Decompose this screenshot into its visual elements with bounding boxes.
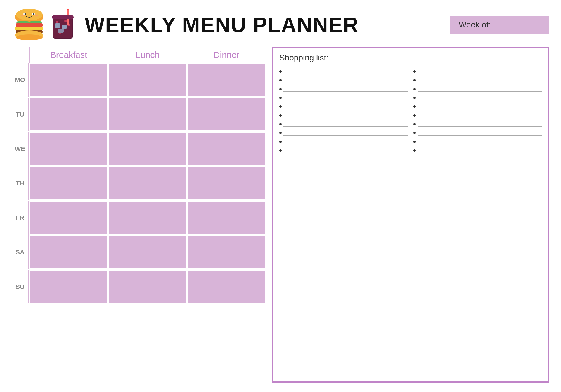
breakfast-cell-sa[interactable] <box>29 235 108 269</box>
dinner-cell-we[interactable] <box>187 132 266 166</box>
shopping-item[interactable] <box>279 137 408 146</box>
shopping-line <box>283 95 408 100</box>
day-label-mo: MO <box>12 63 29 97</box>
day-label-tu: TU <box>12 98 29 131</box>
lunch-cell-sa[interactable] <box>108 235 187 269</box>
shopping-items-grid <box>279 67 542 155</box>
shopping-line <box>418 139 542 144</box>
shopping-item[interactable] <box>413 85 542 93</box>
lunch-cell-mo[interactable] <box>108 63 187 97</box>
shopping-item[interactable] <box>413 137 542 146</box>
svg-rect-24 <box>52 15 74 19</box>
shopping-line <box>283 113 408 118</box>
col-breakfast: Breakfast <box>29 47 108 63</box>
week-of-box[interactable]: Week of: <box>450 16 549 34</box>
shopping-item[interactable] <box>279 76 408 85</box>
shopping-line <box>283 148 408 153</box>
lunch-cell-th[interactable] <box>108 166 187 200</box>
drink-icon <box>50 9 76 41</box>
shopping-item[interactable] <box>279 111 408 120</box>
svg-rect-8 <box>16 23 43 27</box>
dinner-cell-su[interactable] <box>187 270 266 303</box>
bullet-icon <box>279 70 282 73</box>
day-label-th: TH <box>12 166 29 200</box>
lunch-cell-su[interactable] <box>108 270 187 303</box>
shopping-item[interactable] <box>413 102 542 111</box>
bullet-icon <box>413 149 416 152</box>
shopping-item[interactable] <box>413 111 542 120</box>
breakfast-cell-th[interactable] <box>29 166 108 200</box>
header-icons <box>12 9 76 41</box>
shopping-line <box>418 122 542 127</box>
bullet-icon <box>279 105 282 108</box>
shopping-line <box>418 95 542 100</box>
shopping-item[interactable] <box>279 102 408 111</box>
breakfast-cell-tu[interactable] <box>29 98 108 131</box>
shopping-item[interactable] <box>279 120 408 129</box>
dinner-cell-sa[interactable] <box>187 235 266 269</box>
svg-rect-17 <box>58 29 64 33</box>
lunch-cell-we[interactable] <box>108 132 187 166</box>
bullet-icon <box>413 88 416 90</box>
bullet-icon <box>413 79 416 81</box>
planner-column-headers: Breakfast Lunch Dinner <box>29 47 266 63</box>
svg-point-4 <box>25 13 26 15</box>
shopping-line <box>283 122 408 127</box>
week-of-label: Week of: <box>459 20 491 30</box>
breakfast-cell-su[interactable] <box>29 270 108 303</box>
planner-row-tu: TU <box>12 98 266 132</box>
shopping-item[interactable] <box>413 67 542 76</box>
shopping-list: Shopping list: <box>272 47 549 383</box>
bullet-icon <box>413 70 416 73</box>
bullet-icon <box>413 105 416 108</box>
svg-rect-15 <box>55 23 60 28</box>
svg-point-7 <box>35 15 38 16</box>
bullet-icon <box>413 132 416 134</box>
shopping-line <box>283 139 408 144</box>
breakfast-cell-mo[interactable] <box>29 63 108 97</box>
shopping-item[interactable] <box>279 93 408 102</box>
shopping-item[interactable] <box>413 93 542 102</box>
shopping-line <box>283 86 408 92</box>
dinner-cell-th[interactable] <box>187 166 266 200</box>
day-label-fr: FR <box>12 201 29 235</box>
svg-point-6 <box>21 15 24 16</box>
burger-icon <box>12 9 47 41</box>
page-title: WEEKLY MENU PLANNER <box>85 13 450 37</box>
bullet-icon <box>279 114 282 117</box>
lunch-cell-tu[interactable] <box>108 98 187 131</box>
breakfast-cell-we[interactable] <box>29 132 108 166</box>
shopping-line <box>283 78 408 83</box>
shopping-item[interactable] <box>279 67 408 76</box>
shopping-item[interactable] <box>413 146 542 155</box>
bullet-icon <box>279 149 282 152</box>
planner: Breakfast Lunch Dinner MO TU WE TH <box>12 47 266 304</box>
main-layout: Breakfast Lunch Dinner MO TU WE TH <box>12 47 549 383</box>
dinner-cell-fr[interactable] <box>187 201 266 235</box>
shopping-line <box>418 113 542 118</box>
shopping-item[interactable] <box>279 129 408 137</box>
breakfast-cell-fr[interactable] <box>29 201 108 235</box>
lunch-cell-fr[interactable] <box>108 201 187 235</box>
shopping-item[interactable] <box>279 85 408 93</box>
dinner-cell-tu[interactable] <box>187 98 266 131</box>
bullet-icon <box>279 132 282 134</box>
bullet-icon <box>413 141 416 143</box>
bullet-icon <box>279 88 282 90</box>
shopping-line <box>418 104 542 109</box>
shopping-item[interactable] <box>413 120 542 129</box>
col-dinner: Dinner <box>187 47 266 63</box>
bullet-icon <box>279 141 282 143</box>
shopping-line <box>283 104 408 109</box>
planner-row-th: TH <box>12 166 266 201</box>
dinner-cell-mo[interactable] <box>187 63 266 97</box>
planner-row-su: SU <box>12 270 266 304</box>
shopping-line <box>418 78 542 83</box>
planner-row-we: WE <box>12 132 266 166</box>
bullet-icon <box>413 123 416 125</box>
planner-body: MO TU WE TH FR SA <box>12 63 266 304</box>
shopping-item[interactable] <box>279 146 408 155</box>
shopping-item[interactable] <box>413 129 542 137</box>
shopping-item[interactable] <box>413 76 542 85</box>
planner-row-sa: SA <box>12 235 266 270</box>
